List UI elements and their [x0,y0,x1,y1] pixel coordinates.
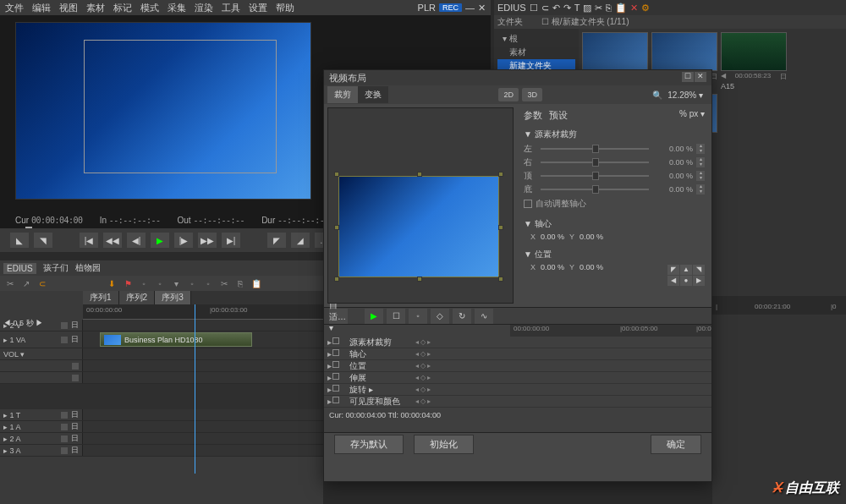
tl-scale[interactable]: ◀ 0.5 秒 ▶ [3,318,43,329]
tl-project1[interactable]: 孩子们 [43,262,69,274]
copy-icon[interactable]: ⎘ [606,3,612,13]
tool-icon[interactable]: ◦ [153,277,167,289]
tool-icon[interactable]: ▾ [169,277,183,289]
step-back-icon[interactable]: ◀| [127,233,146,248]
layouter-canvas[interactable] [327,107,514,304]
redo-icon[interactable]: ↷ [563,3,571,14]
src-crop-header[interactable]: ▼ 源素材裁剪 [524,127,705,142]
pos-header[interactable]: ▼ 位置 [524,247,705,262]
new-icon[interactable]: ☐ [530,3,538,14]
menu-clip[interactable]: 素材 [86,2,105,14]
center-icon[interactable]: ● [680,276,692,286]
kf-prev-icon[interactable]: ◦ [409,309,427,324]
kf-play-button[interactable]: ▶ [365,309,383,324]
tool-icon[interactable]: ◦ [201,277,215,289]
delete-icon[interactable]: ✕ [630,3,638,14]
ffwd-icon[interactable]: ▶▶ [198,233,217,248]
axis-header[interactable]: ▼ 轴心 [524,216,705,232]
arrow-r-icon[interactable]: ▶ [693,276,705,286]
paste-icon[interactable]: 📋 [250,277,263,289]
menu-file[interactable]: 文件 [5,2,24,14]
menu-settings[interactable]: 设置 [249,2,267,14]
tc-in[interactable]: --:--:--:-- [109,216,161,225]
right-value[interactable]: 0.00 % [652,158,693,167]
step-fwd-icon[interactable]: |▶ [174,233,193,248]
axis-y[interactable]: 0.00 % [580,233,603,241]
paste-icon[interactable]: 📋 [615,3,627,14]
initialize-button[interactable]: 初始化 [414,435,474,454]
left-value[interactable]: 0.00 % [652,145,693,153]
menu-view[interactable]: 视图 [59,2,78,14]
axis-x[interactable]: 0.00 % [541,233,564,241]
tl-project2[interactable]: 植物园 [75,262,101,274]
kf-loop-icon[interactable]: ↻ [453,309,471,324]
copy-icon[interactable]: ⎘ [233,277,247,289]
arrow-up-icon[interactable]: ▲ [680,265,692,275]
seq-tab-3[interactable]: 序列3 [155,291,191,304]
open-icon[interactable]: ⊂ [541,3,549,14]
text-icon[interactable]: T [574,3,580,13]
bottom-value[interactable]: 0.00 % [652,185,693,194]
play-button[interactable]: ▶ [151,233,169,248]
left-slider[interactable] [541,148,649,150]
minimize-icon[interactable]: — [465,3,475,13]
magnet-icon[interactable]: ⊂ [36,277,49,289]
mark-in-icon[interactable]: ◤ [267,233,286,248]
menu-render[interactable]: 渲染 [195,2,213,14]
unit-dropdown[interactable]: % px ▾ [679,109,705,122]
clip-item[interactable]: ◀00:00:58:23日A15 [721,32,787,90]
menu-mode[interactable]: 模式 [140,2,159,14]
kf-curve-icon[interactable]: ∿ [475,309,493,324]
seq-tab-2[interactable]: 序列2 [119,291,156,304]
top-slider[interactable] [541,175,649,177]
menu-help[interactable]: 帮助 [276,2,294,14]
tc-out[interactable]: --:--:--:-- [193,216,244,225]
track-vol[interactable]: VOL ▾ [0,348,83,359]
tc-dur[interactable]: --:--:--:-- [277,216,329,225]
close-icon[interactable]: ✕ [695,72,706,82]
tc-cur[interactable]: 00:00:04:00 [31,216,83,225]
cut-tool-icon[interactable]: ✂ [3,277,17,289]
preview-viewport[interactable] [15,22,311,200]
track-1a[interactable]: ▸ 1 A日 [0,421,83,432]
close-icon[interactable]: ✕ [478,3,486,14]
playhead[interactable] [195,304,195,474]
save-default-button[interactable]: 存为默认 [334,435,404,454]
color-icon[interactable]: ▨ [583,3,591,14]
track-3a[interactable]: ▸ 3 A日 [0,445,83,456]
inc-down-icon[interactable]: ▾ [696,149,705,154]
folder-tab[interactable]: 文件夹 [497,16,523,28]
set-in-icon[interactable]: ◣ [10,233,29,248]
arrow-l-icon[interactable]: ◀ [667,276,679,286]
menu-tools[interactable]: 工具 [222,2,240,14]
maximize-icon[interactable]: ☐ [682,72,694,82]
bottom-slider[interactable] [541,189,649,190]
mode-2d-button[interactable]: 2D [498,88,519,101]
ok-button[interactable]: 确定 [651,435,701,454]
rewind-icon[interactable]: ◀◀ [103,233,122,248]
tl-ruler[interactable]: 00:00:00:00 |00:00:03:00 [83,304,323,320]
search-icon[interactable]: 🔍 [652,90,662,100]
zoom-dropdown[interactable]: 12.28% ▾ [662,90,708,100]
seq-tab-1[interactable]: 序列1 [83,291,119,304]
tab-crop[interactable]: 裁剪 [327,86,358,103]
kf-stop-icon[interactable]: ☐ [387,309,405,324]
menu-marker[interactable]: 标记 [113,2,132,14]
track-1va[interactable]: ▸ 1 VA日 [0,331,83,348]
settings-icon[interactable]: ⚙ [641,3,650,14]
tab-params[interactable]: 参数 [524,109,542,122]
scissors-icon[interactable]: ✂ [217,277,231,289]
goto-end-icon[interactable]: ▶| [222,233,240,248]
mode-3d-button[interactable]: 3D [522,88,542,101]
menu-capture[interactable]: 采集 [168,2,186,14]
arrow-ur-icon[interactable]: ◥ [693,265,705,275]
flag-icon[interactable]: ⚑ [121,277,135,289]
right-slider[interactable] [541,162,649,163]
menu-edit[interactable]: 编辑 [32,2,51,14]
expand-icon[interactable]: ▸ [327,337,332,347]
mute-icon[interactable] [61,322,68,329]
set-out-icon[interactable]: ◥ [34,233,52,248]
kf-ruler[interactable]: 00:00:00:00 |00:00:05:00 |00:0 [510,325,711,337]
undo-icon[interactable]: ↶ [552,3,560,14]
pos-y[interactable]: 0.00 % [580,263,603,271]
